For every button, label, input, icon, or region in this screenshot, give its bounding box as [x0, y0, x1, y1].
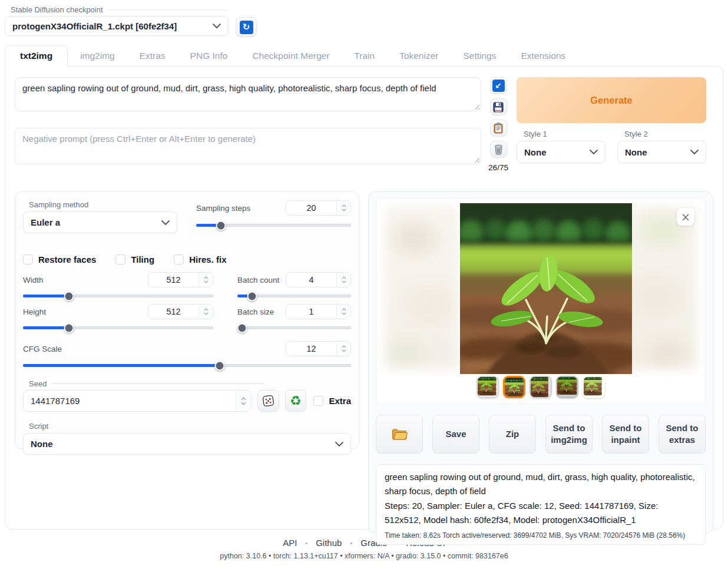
- generate-button[interactable]: Generate: [517, 77, 706, 123]
- script-label: Script: [29, 422, 351, 431]
- cfg-scale-slider[interactable]: [23, 364, 351, 367]
- separator-dot: •: [305, 540, 307, 547]
- send-to-extras-button[interactable]: Send to extras: [658, 415, 706, 454]
- footer-link-api[interactable]: API: [283, 538, 297, 548]
- batch-count-label: Batch count: [237, 276, 279, 284]
- batch-size-input[interactable]: 1: [286, 304, 351, 319]
- gallery-blur-right: [621, 206, 697, 369]
- tiling-checkbox[interactable]: Tiling: [115, 254, 154, 264]
- checkpoint-label: Stable Diffusion checkpoint: [11, 5, 103, 14]
- negative-prompt-input[interactable]: [15, 128, 481, 164]
- info-prompt-text: green sapling rowing out of ground, mud,…: [385, 470, 697, 499]
- generation-info-box: green sapling rowing out of ground, mud,…: [376, 464, 706, 545]
- script-value: None: [31, 439, 53, 449]
- height-input[interactable]: 512: [148, 304, 213, 319]
- recycle-icon: ♻: [290, 395, 302, 408]
- random-seed-button[interactable]: [257, 390, 279, 412]
- dimensions-column: Width 512: [23, 272, 213, 335]
- tab-train[interactable]: Train: [342, 46, 387, 66]
- token-counter: 26/75: [488, 163, 508, 172]
- zip-button[interactable]: Zip: [489, 415, 536, 454]
- cfg-scale-label: CFG Scale: [23, 345, 62, 353]
- gallery-thumbnail-3[interactable]: [530, 376, 552, 398]
- prompt-input[interactable]: green sapling rowing out of ground, mud,…: [15, 77, 481, 111]
- send-to-inpaint-button[interactable]: Send to inpaint: [602, 415, 649, 454]
- tab-img2img[interactable]: img2img: [68, 46, 127, 66]
- generated-image[interactable]: [460, 203, 632, 374]
- script-select[interactable]: None: [23, 433, 351, 455]
- batch-size-slider[interactable]: [237, 326, 351, 329]
- reuse-seed-button[interactable]: ♻: [285, 390, 307, 412]
- width-slider[interactable]: [23, 295, 213, 297]
- floppy-disk-icon: [493, 102, 504, 113]
- sampling-method-select[interactable]: Euler a: [23, 211, 177, 233]
- dice-icon: [263, 395, 274, 406]
- clear-prompt-button[interactable]: [490, 141, 507, 158]
- chevron-down-icon: [213, 24, 221, 28]
- header: Stable Diffusion checkpoint protogenX34O…: [0, 0, 728, 37]
- style1-label: Style 1: [524, 130, 605, 138]
- sampling-method-group: Sampling method Euler a: [23, 200, 177, 233]
- gallery-thumbnail-2-selected[interactable]: [503, 376, 525, 398]
- tab-png-info[interactable]: PNG Info: [178, 46, 240, 66]
- spinner-arrows-icon[interactable]: [336, 273, 350, 287]
- send-to-img2img-button[interactable]: Send to img2img: [545, 415, 593, 454]
- separator-dot: •: [350, 540, 352, 547]
- style1-group: Style 1 None: [517, 130, 605, 163]
- gallery-thumbnail-1[interactable]: [476, 376, 499, 398]
- apply-style-button[interactable]: [490, 120, 507, 137]
- close-gallery-button[interactable]: ×: [677, 208, 694, 226]
- style1-select[interactable]: None: [517, 141, 605, 163]
- sampling-method-value: Euler a: [31, 217, 60, 227]
- batch-count-slider[interactable]: [237, 295, 351, 297]
- gallery-thumbnail-5[interactable]: [583, 376, 605, 398]
- tab-tokenizer[interactable]: Tokenizer: [387, 46, 451, 66]
- spinner-arrows-icon[interactable]: [336, 201, 350, 215]
- save-button[interactable]: Save: [432, 415, 479, 454]
- tab-extras[interactable]: Extras: [127, 46, 178, 66]
- cfg-scale-input[interactable]: 12: [286, 341, 351, 356]
- tab-checkpoint-merger[interactable]: Checkpoint Merger: [240, 46, 342, 66]
- sampling-steps-input[interactable]: 20: [286, 200, 351, 216]
- spinner-arrows-icon[interactable]: [336, 305, 350, 319]
- sampling-steps-slider[interactable]: [196, 224, 351, 227]
- style2-value: None: [625, 147, 647, 157]
- spinner-arrows-icon[interactable]: [198, 305, 213, 319]
- tab-extensions[interactable]: Extensions: [508, 46, 578, 66]
- height-slider[interactable]: [23, 326, 213, 329]
- chevron-down-icon: [690, 150, 699, 154]
- gallery-thumbnail-4[interactable]: [556, 376, 578, 398]
- save-style-button[interactable]: [490, 98, 507, 115]
- spinner-arrows-icon[interactable]: [236, 391, 251, 411]
- checkbox-icon: [313, 396, 323, 406]
- extra-seed-checkbox[interactable]: Extra: [313, 396, 351, 406]
- spinner-arrows-icon[interactable]: [336, 342, 350, 356]
- width-label: Width: [23, 276, 44, 284]
- tab-txt2img[interactable]: txt2img: [5, 45, 68, 67]
- seed-input[interactable]: 1441787169: [23, 390, 252, 412]
- open-folder-button[interactable]: [376, 415, 423, 454]
- settings-panel: Sampling method Euler a Sampling steps 2…: [15, 191, 359, 449]
- generate-column: Generate Style 1 None Style 2 None: [517, 77, 706, 172]
- hires-fix-checkbox[interactable]: Hires. fix: [174, 254, 226, 264]
- sampling-steps-label: Sampling steps: [196, 204, 250, 213]
- batch-count-input[interactable]: 4: [286, 272, 351, 287]
- prompt-column: green sapling rowing out of ground, mud,…: [15, 77, 481, 172]
- style2-select[interactable]: None: [617, 141, 706, 163]
- checkbox-icon: [115, 254, 125, 264]
- output-panel: × Save: [368, 191, 713, 533]
- chevron-down-icon: [335, 442, 343, 446]
- width-input[interactable]: 512: [148, 272, 213, 287]
- info-params-text: Steps: 20, Sampler: Euler a, CFG scale: …: [385, 499, 697, 528]
- footer-link-github[interactable]: Github: [316, 538, 342, 548]
- restore-faces-checkbox[interactable]: Restore faces: [23, 254, 96, 264]
- style1-value: None: [524, 147, 547, 157]
- options-row: Restore faces Tiling Hires. fix: [23, 254, 351, 264]
- paste-generation-params-button[interactable]: ↙: [490, 77, 507, 94]
- checkbox-icon: [174, 254, 184, 264]
- checkpoint-select[interactable]: protogenX34OfficialR_1.ckpt [60fe2f34]: [5, 16, 229, 36]
- tab-settings[interactable]: Settings: [451, 46, 508, 66]
- spinner-arrows-icon[interactable]: [198, 273, 213, 287]
- tab-bar: txt2img img2img Extras PNG Info Checkpoi…: [5, 45, 723, 66]
- refresh-checkpoint-button[interactable]: ↻: [236, 17, 257, 37]
